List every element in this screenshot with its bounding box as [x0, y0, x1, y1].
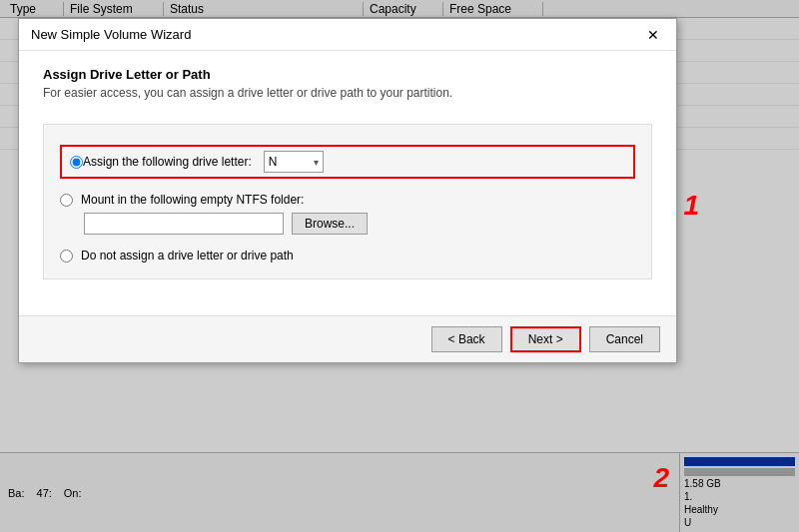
dialog-body: Assign Drive Letter or Path For easier a…: [19, 51, 676, 315]
chevron-down-icon: ▾: [314, 157, 319, 168]
no-assign-label: Do not assign a drive letter or drive pa…: [81, 249, 294, 263]
assign-letter-option-row: Assign the following drive letter: N ▾: [60, 145, 635, 179]
folder-path-input[interactable]: [84, 213, 284, 235]
annotation-2: 2: [653, 462, 669, 494]
dialog-subtext: For easier access, you can assign a driv…: [43, 86, 652, 100]
no-assign-radio[interactable]: [60, 250, 73, 263]
close-button[interactable]: ✕: [642, 24, 664, 46]
assign-letter-radio[interactable]: [70, 156, 83, 169]
mount-folder-label: Mount in the following empty NTFS folder…: [81, 193, 304, 207]
drive-letter-dropdown[interactable]: N ▾: [264, 151, 324, 173]
options-area: Assign the following drive letter: N ▾ M…: [43, 124, 652, 279]
mount-folder-option-row: Mount in the following empty NTFS folder…: [60, 193, 635, 207]
back-button[interactable]: < Back: [431, 326, 502, 352]
annotation-1: 1: [683, 190, 699, 222]
no-assign-option-row: Do not assign a drive letter or drive pa…: [60, 249, 635, 263]
cancel-button[interactable]: Cancel: [589, 326, 660, 352]
browse-button[interactable]: Browse...: [292, 213, 368, 235]
mount-folder-controls: Browse...: [84, 213, 635, 235]
assign-letter-label: Assign the following drive letter:: [83, 155, 252, 169]
dialog-heading: Assign Drive Letter or Path: [43, 67, 652, 82]
next-button[interactable]: Next >: [510, 326, 581, 352]
dialog-footer: < Back Next > Cancel: [19, 315, 676, 362]
drive-letter-value: N: [269, 155, 278, 169]
dialog-titlebar: New Simple Volume Wizard ✕: [19, 19, 676, 51]
dialog-title: New Simple Volume Wizard: [31, 27, 191, 42]
wizard-dialog: New Simple Volume Wizard ✕ Assign Drive …: [18, 18, 677, 363]
mount-folder-radio[interactable]: [60, 194, 73, 207]
